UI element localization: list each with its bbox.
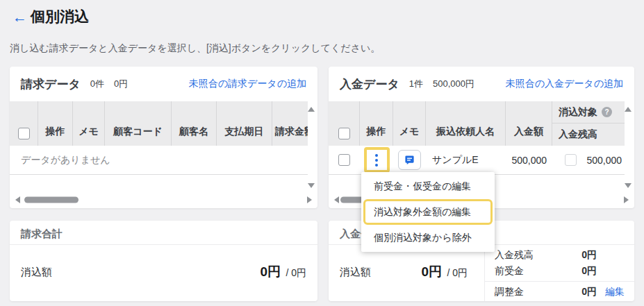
deposit-row-checkbox-cell xyxy=(329,146,360,174)
page-title: 個別消込 xyxy=(31,7,89,26)
deposit-row-checkbox[interactable] xyxy=(338,154,350,166)
invoice-total-panel: 請求合計 消込額 0円 / 0円 xyxy=(10,221,317,301)
deposit-summary: 入金残高 0円 前受金 0円 調整金 0円 編集 xyxy=(485,247,634,301)
memo-button[interactable] xyxy=(398,150,421,170)
deposit-table-row: サンプルE 500,000 500,000 xyxy=(329,146,625,175)
invoice-data-panel: 請求データ 0件 0円 未照合の請求データの追加 操作 メモ 顧客コード 顧客名… xyxy=(10,67,317,208)
invoice-col-memo: メモ xyxy=(73,101,105,146)
summary-row-adjustment: 調整金 0円 編集 xyxy=(485,283,634,301)
deposit-col-deposit-amount: 入金額 xyxy=(506,101,552,146)
cleared-amount-value: 0円 / 0円 xyxy=(260,263,306,281)
menu-item-edit-advance-received[interactable]: 前受金・仮受金の編集 xyxy=(361,173,495,199)
deposit-total-row: 消込額 0円 / 0円 xyxy=(340,260,468,284)
deposit-hscroll-right-icon[interactable] xyxy=(624,196,629,203)
row-actions-menu-button[interactable] xyxy=(364,147,390,173)
cleared-amount-main: 0円 xyxy=(260,264,281,279)
deposit-hscroll-left-icon[interactable] xyxy=(334,196,339,203)
deposit-col-payer-name: 振込依頼人名 xyxy=(426,101,506,146)
cleared-amount-main: 0円 xyxy=(421,264,442,279)
invoice-amount: 0円 xyxy=(114,78,128,90)
deposit-amount-value: 500,000 xyxy=(506,146,552,174)
deposit-row-operation-cell xyxy=(360,146,393,174)
cleared-amount-label: 消込額 xyxy=(21,266,52,279)
deposit-row-memo-cell xyxy=(393,146,426,174)
invoice-empty-message: データがありません xyxy=(10,146,308,175)
divider xyxy=(485,281,634,282)
reconciliation-target-header: 消込対象 ? xyxy=(552,101,625,124)
cleared-amount-value: 0円 / 0円 xyxy=(421,263,468,281)
add-unmatched-invoice-link[interactable]: 未照合の請求データの追加 xyxy=(189,78,306,90)
summary-value: 0円 xyxy=(581,249,597,262)
invoice-hscrollbar xyxy=(10,193,317,206)
invoice-col-invoice-amount: 請求金額 xyxy=(272,101,308,146)
row-actions-context-menu: 前受金・仮受金の編集 消込対象外金額の編集 個別消込対象から除外 xyxy=(361,172,495,252)
cleared-amount-label: 消込額 xyxy=(340,266,371,279)
invoice-total-title: 請求合計 xyxy=(21,228,63,241)
summary-label: 調整金 xyxy=(495,286,581,298)
deposit-header-checkbox-cell xyxy=(329,101,360,146)
deposit-vscroll-up-icon[interactable] xyxy=(625,107,631,112)
deposit-col-memo: メモ xyxy=(393,101,426,146)
deposit-col-operation: 操作 xyxy=(360,101,393,146)
invoice-vscroll-down-icon[interactable] xyxy=(308,183,315,188)
individual-reconciliation-page: ← 個別消込 消し込む請求データと入金データを選択し、[消込]ボタンをクリックし… xyxy=(0,0,644,306)
invoice-hscroll-thumb[interactable] xyxy=(24,196,79,203)
divider xyxy=(10,244,317,245)
back-arrow-icon[interactable]: ← xyxy=(13,9,27,26)
edit-adjustment-link[interactable]: 編集 xyxy=(601,286,625,298)
summary-label: 前受金 xyxy=(495,265,581,278)
memo-document-icon xyxy=(404,155,415,165)
invoice-col-customer-name: 顧客名 xyxy=(172,101,217,146)
cleared-amount-suffix: / 0円 xyxy=(447,267,468,278)
invoice-count: 0件 xyxy=(90,78,104,90)
reconciliation-target-label: 消込対象 xyxy=(559,106,597,119)
deposit-panel-header: 入金データ 1件 500,000円 未照合の入金データの追加 xyxy=(329,67,634,101)
deposit-count: 1件 xyxy=(409,78,423,90)
invoice-hscroll-left-icon[interactable] xyxy=(15,196,20,203)
deposit-col-reconciliation-target: 消込対象 ? 入金残高 xyxy=(552,101,625,146)
invoice-col-customer-code: 顧客コード xyxy=(105,101,172,146)
summary-row-advance-received: 前受金 0円 xyxy=(485,263,634,279)
deposit-payer-name: サンプルE xyxy=(426,146,506,174)
invoice-panel-header: 請求データ 0件 0円 未照合の請求データの追加 xyxy=(10,67,317,101)
deposit-vscroll-down-icon[interactable] xyxy=(625,183,631,188)
invoice-vscroll-up-icon[interactable] xyxy=(308,107,315,112)
cleared-amount-suffix: / 0円 xyxy=(286,267,306,278)
deposit-table-header: 操作 メモ 振込依頼人名 入金額 消込対象 ? 入金残高 xyxy=(329,101,625,146)
deposit-panel-title: 入金データ xyxy=(340,76,399,92)
menu-item-exclude-from-reconciliation[interactable]: 個別消込対象から除外 xyxy=(361,225,495,250)
invoice-panel-title: 請求データ xyxy=(21,76,81,92)
summary-value: 0円 xyxy=(581,265,597,278)
deposit-balance-cell: 500,000 xyxy=(552,146,625,174)
add-unmatched-deposit-link[interactable]: 未照合の入金データの追加 xyxy=(506,78,623,90)
deposit-balance-value: 500,000 xyxy=(582,155,622,166)
invoice-total-row: 消込額 0円 / 0円 xyxy=(21,260,306,284)
summary-row-deposit-balance: 入金残高 0円 xyxy=(485,247,634,263)
balance-checkbox[interactable] xyxy=(565,154,577,166)
page-subtitle: 消し込む請求データと入金データを選択し、[消込]ボタンをクリックしてください。 xyxy=(10,42,380,55)
menu-item-edit-excluded-amount[interactable]: 消込対象外金額の編集 xyxy=(363,199,493,225)
deposit-balance-header: 入金残高 xyxy=(552,124,625,146)
invoice-header-checkbox-cell xyxy=(10,101,38,146)
summary-label: 入金残高 xyxy=(495,249,581,262)
select-all-invoices-checkbox[interactable] xyxy=(18,128,30,139)
summary-value: 0円 xyxy=(581,286,597,298)
deposit-amount: 500,000円 xyxy=(433,78,474,90)
invoice-hscroll-right-icon[interactable] xyxy=(307,196,312,203)
invoice-col-operation: 操作 xyxy=(38,101,73,146)
invoice-col-due-date: 支払期日 xyxy=(217,101,272,146)
select-all-deposits-checkbox[interactable] xyxy=(338,128,350,139)
kebab-icon xyxy=(375,154,378,167)
invoice-table-header: 操作 メモ 顧客コード 顧客名 支払期日 請求金額 xyxy=(10,101,308,146)
help-icon[interactable]: ? xyxy=(602,107,612,117)
